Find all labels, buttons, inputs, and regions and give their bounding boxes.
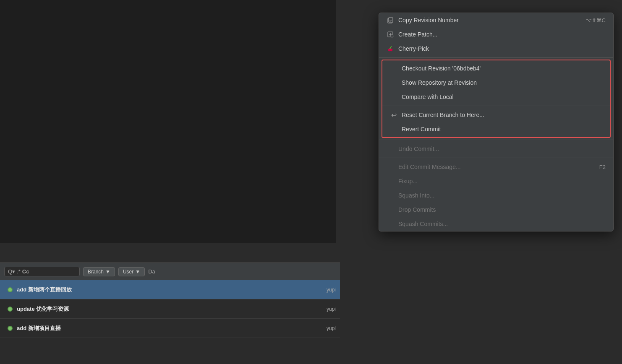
menu-separator: [379, 57, 613, 58]
user-filter-button[interactable]: User ▼: [118, 267, 145, 276]
commit-message: add 新增项目直播: [17, 325, 306, 332]
menu-item-label: Copy Revision Number: [398, 17, 459, 23]
commit-author: yupi: [311, 287, 336, 293]
user-chevron-icon: ▼: [135, 269, 140, 275]
placeholder-icon: [390, 125, 397, 133]
menu-item-fixup[interactable]: Fixup...: [379, 174, 613, 188]
menu-item-label: Checkout Revision '06bdbeb4': [402, 65, 481, 72]
menu-item-drop-commits[interactable]: Drop Commits: [379, 203, 613, 217]
placeholder-icon: [390, 93, 397, 101]
menu-item-compare-local[interactable]: Compare with Local: [382, 90, 610, 104]
menu-item-label: Undo Commit...: [398, 146, 439, 152]
menu-item-squash-commits[interactable]: Squash Commits...: [379, 217, 613, 231]
menu-item-show-repository[interactable]: Show Repository at Revision: [382, 75, 610, 90]
graph-dot-icon: [8, 307, 13, 312]
search-cc: Cc: [22, 268, 29, 275]
commit-message: update 优化学习资源: [17, 305, 306, 313]
placeholder-icon: [387, 177, 394, 185]
menu-item-label: Drop Commits: [398, 206, 436, 213]
date-label: Da: [148, 268, 155, 275]
placeholder-icon: [387, 145, 394, 153]
table-row[interactable]: add 新增项目直播 yupi: [0, 319, 340, 338]
commit-author: yupi: [311, 325, 336, 331]
cherry-pick-icon: [387, 45, 394, 52]
menu-item-create-patch[interactable]: Create Patch...: [379, 27, 613, 42]
table-row[interactable]: add 新增两个直播回放 yupi: [0, 280, 340, 299]
table-row[interactable]: update 优化学习资源 yupi: [0, 299, 340, 319]
placeholder-icon: [387, 192, 394, 199]
menu-item-shortcut: ⌥⇧⌘C: [585, 17, 606, 23]
menu-item-squash-into[interactable]: Squash Into...: [379, 188, 613, 203]
search-input-wrapper[interactable]: Q▾ .* Cc: [4, 267, 80, 276]
search-dot: .*: [17, 268, 21, 275]
menu-item-revert-commit[interactable]: Revert Commit: [382, 122, 610, 136]
menu-separator-inner: [382, 106, 610, 106]
menu-separator: [379, 140, 613, 140]
context-menu: Copy Revision Number ⌥⇧⌘C Create Patch..…: [379, 13, 614, 231]
commit-message: add 新增两个直播回放: [17, 286, 306, 294]
menu-item-label: Fixup...: [398, 178, 418, 185]
menu-item-label: Squash Commits...: [398, 221, 448, 227]
menu-item-checkout-revision[interactable]: Checkout Revision '06bdbeb4': [382, 61, 610, 75]
reset-icon: ↩: [390, 111, 397, 119]
top-panel: [0, 0, 336, 243]
highlight-group: Checkout Revision '06bdbeb4' Show Reposi…: [382, 60, 611, 138]
commit-list: add 新增两个直播回放 yupi update 优化学习资源 yupi add…: [0, 280, 340, 364]
menu-item-reset-branch[interactable]: ↩ Reset Current Branch to Here...: [382, 108, 610, 122]
svg-point-12: [390, 49, 392, 51]
placeholder-icon: [387, 206, 394, 213]
menu-item-shortcut: F2: [599, 164, 606, 170]
placeholder-icon: [387, 220, 394, 228]
menu-item-label: Reset Current Branch to Here...: [402, 112, 484, 118]
menu-item-edit-commit-message[interactable]: Edit Commit Message... F2: [379, 160, 613, 174]
menu-item-label: Squash Into...: [398, 192, 434, 199]
commit-author: yupi: [311, 306, 336, 312]
menu-item-label: Create Patch...: [398, 31, 437, 38]
menu-separator: [379, 158, 613, 158]
branch-label: Branch: [88, 269, 104, 275]
placeholder-icon: [390, 79, 397, 86]
search-icon: Q▾: [8, 268, 15, 275]
branch-chevron-icon: ▼: [105, 269, 110, 275]
menu-item-label: Show Repository at Revision: [402, 79, 477, 86]
menu-item-label: Cherry-Pick: [398, 45, 429, 52]
menu-item-label: Revert Commit: [402, 126, 441, 133]
search-bar: Q▾ .* Cc Branch ▼ User ▼ Da: [0, 263, 340, 280]
graph-dot-icon: [8, 326, 13, 331]
menu-item-label: Compare with Local: [402, 94, 454, 100]
branch-filter-button[interactable]: Branch ▼: [83, 267, 115, 276]
menu-item-undo-commit[interactable]: Undo Commit...: [379, 142, 613, 156]
menu-item-copy-revision[interactable]: Copy Revision Number ⌥⇧⌘C: [379, 13, 613, 27]
placeholder-icon: [390, 65, 397, 72]
create-patch-icon: [387, 31, 394, 38]
menu-item-cherry-pick[interactable]: Cherry-Pick: [379, 42, 613, 56]
graph-dot-icon: [8, 287, 13, 292]
menu-item-label: Edit Commit Message...: [398, 164, 461, 170]
user-label: User: [123, 269, 133, 275]
copy-revision-icon: [387, 16, 394, 24]
placeholder-icon: [387, 163, 394, 171]
